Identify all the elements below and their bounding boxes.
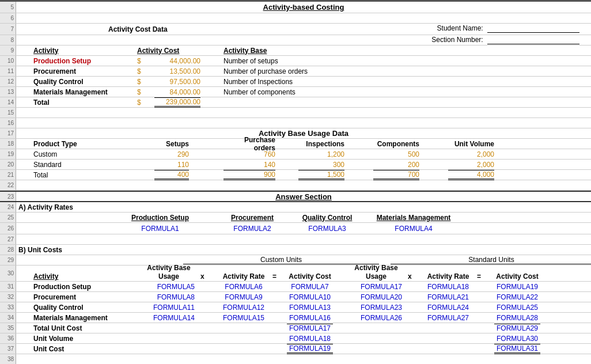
row-num-20: 20: [0, 160, 16, 169]
b-row1-f19[interactable]: FORMULA19: [494, 283, 540, 291]
b-row3-f13[interactable]: FORMULA13: [287, 304, 333, 312]
usage-custom-components: 500: [373, 150, 419, 158]
a-col-quality: Quality Control: [298, 214, 356, 222]
row-num-12: 12: [0, 77, 16, 86]
b-row2-f10[interactable]: FORMULA10: [287, 293, 333, 301]
b-col-eq1: =: [272, 272, 276, 280]
row-num-8: 8: [0, 35, 16, 45]
b-col-cost-standard: Activity Cost: [494, 272, 540, 280]
total-label: Total: [33, 98, 50, 107]
row-num-19: 19: [0, 149, 16, 159]
b-row2-f9[interactable]: FORMULA9: [221, 293, 267, 301]
a-formula2[interactable]: FORMULA2: [223, 225, 281, 233]
b-row4-f15[interactable]: FORMULA15: [221, 314, 267, 322]
section-number-field[interactable]: [487, 36, 579, 44]
row-num-9: 9: [0, 46, 16, 55]
col-activity: Activity: [33, 47, 58, 55]
b-row4-f26[interactable]: FORMULA26: [350, 314, 402, 322]
unit-volume-label: Unit Volume: [33, 335, 73, 343]
b-row4-f16[interactable]: FORMULA16: [287, 314, 333, 322]
row-quality-control-base: Number of Inspections: [223, 78, 293, 86]
a-col-procurement: Procurement: [223, 214, 281, 222]
row-procurement-base: Number of purchase orders: [223, 67, 308, 75]
b-row3-f24[interactable]: FORMULA24: [425, 304, 471, 312]
row-num-10: 10: [0, 56, 16, 66]
col-activity-base: Activity Base: [223, 47, 267, 55]
b-row4-f14[interactable]: FORMULA14: [143, 314, 195, 322]
b-col-usage-custom: Activity BaseUsage: [143, 264, 195, 280]
b-row3-label: Quality Control: [33, 304, 84, 312]
b-row3-f11[interactable]: FORMULA11: [143, 304, 195, 312]
usage-total-inspections: 1,500: [298, 170, 344, 180]
row-num-16: 16: [0, 118, 16, 128]
row-quality-control-cost: 97,500.00: [154, 78, 200, 86]
usage-standard-purchase: 140: [223, 161, 275, 169]
b-row2-f20[interactable]: FORMULA20: [350, 293, 402, 301]
b-row1-f7[interactable]: FORMULA7: [287, 283, 333, 291]
b-row2-f8[interactable]: FORMULA8: [143, 293, 195, 301]
row-num-17: 17: [0, 128, 16, 138]
b-row4-label: Materials Management: [33, 314, 108, 322]
usage-standard-components: 200: [373, 161, 419, 169]
unit-cost-custom[interactable]: FORMULA19: [287, 344, 333, 354]
b-row3-f12[interactable]: FORMULA12: [221, 304, 267, 312]
a-formula3[interactable]: FORMULA3: [298, 225, 356, 233]
row-num-26: 26: [0, 223, 16, 234]
usage-col-components: Components: [373, 140, 419, 148]
usage-col-setups: Setups: [154, 140, 189, 148]
usage-col-product-type: Product Type: [33, 140, 77, 148]
unit-volume-standard[interactable]: FORMULA30: [494, 335, 540, 343]
a-formula1[interactable]: FORMULA1: [126, 225, 195, 233]
row-num-30: 30: [0, 266, 16, 281]
row-procurement-label: Procurement: [33, 67, 76, 75]
b-title: B) Unit Costs: [18, 246, 62, 254]
usage-custom-purchase: 760: [223, 150, 275, 158]
custom-units-header: Custom Units: [183, 256, 379, 264]
total-cost: 239,000.00: [154, 97, 200, 108]
row-num-29: 29: [0, 255, 16, 265]
row-production-setup-sym: $: [137, 57, 141, 65]
b-row1-f5[interactable]: FORMULA5: [143, 283, 195, 291]
b-row3-f25[interactable]: FORMULA25: [494, 304, 540, 312]
row-num-14: 14: [0, 97, 16, 107]
usage-total-volume: 4,000: [448, 170, 494, 180]
total-unit-cost-custom[interactable]: FORMULA17: [287, 324, 333, 332]
row-materials-cost: 84,000.00: [154, 88, 200, 96]
b-col-rate-standard: Activity Rate: [425, 272, 471, 280]
row-num-37: 37: [0, 344, 16, 354]
row-num-23: 23: [0, 192, 16, 201]
b-row1-f17[interactable]: FORMULA17: [350, 283, 402, 291]
usage-standard-label: Standard: [33, 161, 62, 169]
row-num-38: 38: [0, 354, 16, 364]
b-col-usage-standard: Activity BaseUsage: [350, 264, 402, 280]
main-title: Activity-based Costing: [18, 3, 589, 12]
usage-col-volume: Unit Volume: [448, 140, 494, 148]
b-row1-f6[interactable]: FORMULA6: [221, 283, 267, 291]
usage-col-inspections: Inspections: [298, 140, 344, 148]
total-unit-cost-label: Total Unit Cost: [33, 324, 82, 332]
unit-volume-custom[interactable]: FORMULA18: [287, 335, 333, 343]
b-row2-f21[interactable]: FORMULA21: [425, 293, 471, 301]
b-row3-f23[interactable]: FORMULA23: [350, 304, 402, 312]
b-row4-f28[interactable]: FORMULA28: [494, 314, 540, 322]
row-procurement-cost: 13,500.00: [154, 67, 200, 75]
row-quality-control-label: Quality Control: [33, 78, 84, 86]
row-num-13: 13: [0, 87, 16, 97]
b-col-x1: x: [200, 272, 204, 280]
section-label: Section Number:: [431, 36, 483, 44]
row-num-34: 34: [0, 313, 16, 323]
student-name-field[interactable]: [487, 24, 579, 33]
a-col-materials: Materials Management: [368, 214, 460, 222]
section-info: Section Number:: [431, 36, 579, 44]
b-row4-f27[interactable]: FORMULA27: [425, 314, 471, 322]
b-row1-f18[interactable]: FORMULA18: [425, 283, 471, 291]
row-materials-label: Materials Management: [33, 88, 108, 96]
total-unit-cost-standard[interactable]: FORMULA29: [494, 324, 540, 332]
b-row2-f22[interactable]: FORMULA22: [494, 293, 540, 301]
unit-cost-standard[interactable]: FORMULA31: [494, 344, 540, 354]
row-quality-control-sym: $: [137, 78, 141, 86]
a-formula4[interactable]: FORMULA4: [368, 225, 460, 233]
row-num-35: 35: [0, 323, 16, 333]
row-num-27: 27: [0, 234, 16, 244]
usage-total-components: 700: [373, 170, 419, 180]
